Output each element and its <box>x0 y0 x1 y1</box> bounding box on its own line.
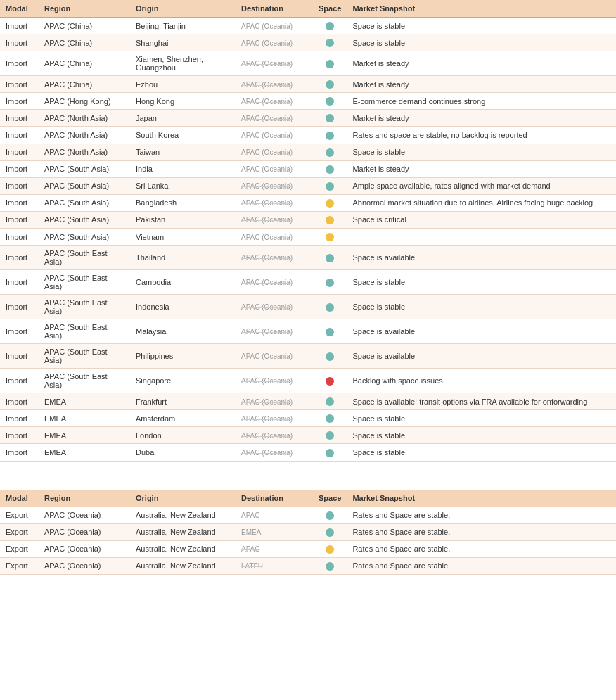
cell-origin: Australia, New Zealand <box>130 540 236 557</box>
space-dot-icon <box>326 528 334 537</box>
cell-destination: APAC (Oceania) <box>236 427 313 444</box>
cell-origin: Ezhou <box>130 76 236 93</box>
cell-region: APAC (China) <box>39 34 130 51</box>
space-dot-icon <box>326 216 334 224</box>
space-dot-icon <box>326 233 334 241</box>
header-space: Space <box>313 0 347 18</box>
cell-region: APAC (Hong Kong) <box>39 93 130 110</box>
space-dot-icon <box>326 97 334 106</box>
cell-region: APAC (China) <box>39 18 130 34</box>
cell-snapshot: Space is critical <box>347 211 616 228</box>
table-row: ImportAPAC (Hong Kong)Hong KongAPAC (Oce… <box>0 93 616 110</box>
cell-space <box>313 540 347 557</box>
cell-region: EMEA <box>39 410 130 427</box>
cell-space <box>313 410 347 427</box>
cell-modal: Import <box>0 270 39 295</box>
table-row: ExportAPAC (Oceania)Australia, New Zeala… <box>0 540 616 557</box>
space-dot-icon <box>326 132 334 140</box>
import-table: Modal Region Origin Destination Space Ma… <box>0 0 616 462</box>
cell-space <box>313 211 347 228</box>
cell-region: APAC (South Asia) <box>39 194 130 211</box>
cell-space <box>313 177 347 194</box>
cell-modal: Import <box>0 110 39 127</box>
cell-modal: Import <box>0 18 39 34</box>
cell-destination: APAC (Oceania) <box>236 246 313 270</box>
cell-space <box>313 507 347 523</box>
space-dot-icon <box>326 414 334 423</box>
space-dot-icon <box>326 199 334 208</box>
cell-space <box>313 76 347 93</box>
cell-origin: Pakistan <box>130 211 236 228</box>
space-dot-icon <box>326 431 334 440</box>
table-row: ImportEMEADubaiAPAC (Oceania)Space is st… <box>0 444 616 461</box>
table-row: ImportAPAC (North Asia)South KoreaAPAC (… <box>0 127 616 144</box>
cell-snapshot: Space is stable <box>347 270 616 295</box>
cell-snapshot: Market is steady <box>347 76 616 93</box>
cell-modal: Import <box>0 76 39 93</box>
cell-destination: APAC (Oceania) <box>236 76 313 93</box>
cell-origin: Dubai <box>130 444 236 461</box>
cell-region: APAC (South East Asia) <box>39 344 130 369</box>
cell-region: EMEA <box>39 393 130 410</box>
table-row: ImportAPAC (South East Asia)ThailandAPAC… <box>0 246 616 270</box>
space-dot-icon <box>326 279 334 287</box>
export-body: ExportAPAC (Oceania)Australia, New Zeala… <box>0 507 616 574</box>
cell-destination: APAC (Oceania) <box>236 93 313 110</box>
import-body: ImportAPAC (China)Beijing, TianjinAPAC (… <box>0 18 616 462</box>
table-row: ImportAPAC (South East Asia)SingaporeAPA… <box>0 369 616 393</box>
cell-space <box>313 557 347 574</box>
cell-origin: South Korea <box>130 127 236 144</box>
export-table: Modal Region Origin Destination Space Ma… <box>0 490 616 575</box>
cell-origin: Japan <box>130 110 236 127</box>
cell-destination: APAC (Oceania) <box>236 270 313 295</box>
cell-snapshot: Market is steady <box>347 51 616 76</box>
cell-modal: Import <box>0 369 39 393</box>
table-row: ImportAPAC (North Asia)TaiwanAPAC (Ocean… <box>0 144 616 160</box>
cell-destination: APAC (Oceania) <box>236 444 313 461</box>
cell-snapshot: Space is stable <box>347 295 616 319</box>
cell-destination: APAC (Oceania) <box>236 177 313 194</box>
cell-region: APAC (South Asia) <box>39 229 130 246</box>
space-dot-icon <box>326 377 334 386</box>
table-row: ImportAPAC (South Asia)Sri LankaAPAC (Oc… <box>0 177 616 194</box>
cell-space <box>313 393 347 410</box>
cell-snapshot: Ample space available, rates aligned wit… <box>347 177 616 194</box>
cell-destination: APAC (Oceania) <box>236 344 313 369</box>
cell-region: APAC (North Asia) <box>39 110 130 127</box>
export-header-region: Region <box>39 490 130 507</box>
cell-destination: APAC (Oceania) <box>236 211 313 228</box>
table-row: ImportEMEAFrankfurtAPAC (Oceania)Space i… <box>0 393 616 410</box>
table-row: ExportAPAC (Oceania)Australia, New Zeala… <box>0 507 616 523</box>
cell-modal: Import <box>0 229 39 246</box>
cell-modal: Import <box>0 34 39 51</box>
cell-space <box>313 523 347 540</box>
space-dot-icon <box>326 449 334 457</box>
cell-region: APAC (South East Asia) <box>39 295 130 319</box>
export-header-space: Space <box>313 490 347 507</box>
cell-destination: APAC (Oceania) <box>236 319 313 344</box>
space-dot-icon <box>326 397 334 406</box>
cell-destination: APAC (Oceania) <box>236 160 313 177</box>
cell-origin: Singapore <box>130 369 236 393</box>
cell-snapshot: Abnormal market situation due to airline… <box>347 194 616 211</box>
cell-destination: LATFU <box>236 557 313 574</box>
cell-snapshot: Rates and Space are stable. <box>347 540 616 557</box>
header-modal: Modal <box>0 0 39 18</box>
cell-origin: London <box>130 427 236 444</box>
cell-region: APAC (Oceania) <box>39 507 130 523</box>
cell-modal: Import <box>0 51 39 76</box>
cell-destination: APAC (Oceania) <box>236 110 313 127</box>
header-region: Region <box>39 0 130 18</box>
export-section: Modal Region Origin Destination Space Ma… <box>0 490 616 575</box>
cell-origin: Beijing, Tianjin <box>130 18 236 34</box>
cell-snapshot: Space is stable <box>347 410 616 427</box>
space-dot-icon <box>326 80 334 89</box>
cell-region: APAC (South Asia) <box>39 160 130 177</box>
cell-destination: APAC (Oceania) <box>236 369 313 393</box>
cell-snapshot: Space is available; transit options via … <box>347 393 616 410</box>
table-row: ImportAPAC (South Asia)VietnamAPAC (Ocea… <box>0 229 616 246</box>
space-dot-icon <box>326 182 334 191</box>
space-dot-icon <box>326 165 334 174</box>
cell-snapshot: Space is stable <box>347 144 616 160</box>
cell-modal: Export <box>0 507 39 523</box>
